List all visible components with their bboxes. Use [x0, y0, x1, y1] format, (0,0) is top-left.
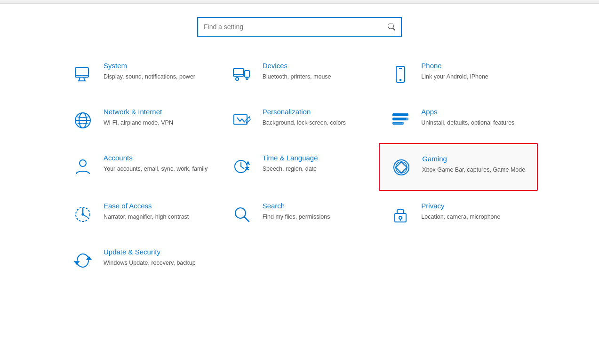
- setting-desc-devices: Bluetooth, printers, mouse: [263, 72, 331, 81]
- setting-item-time[interactable]: A 文 Time & Language Speech, region, date: [220, 143, 379, 191]
- setting-item-devices[interactable]: Devices Bluetooth, printers, mouse: [220, 51, 379, 97]
- svg-rect-36: [395, 214, 406, 222]
- setting-text-personalization: Personalization Background, lock screen,…: [263, 107, 346, 127]
- accounts-icon: [71, 154, 95, 179]
- setting-item-search[interactable]: Search Find my files, permissions: [220, 191, 379, 237]
- setting-text-phone: Phone Link your Android, iPhone: [421, 61, 488, 81]
- setting-desc-ease: Narrator, magnifier, high contrast: [104, 213, 189, 222]
- setting-item-phone[interactable]: Phone Link your Android, iPhone: [379, 51, 538, 97]
- svg-rect-21: [393, 114, 408, 116]
- gaming-icon: [389, 155, 414, 180]
- svg-line-1: [79, 77, 80, 81]
- setting-item-privacy[interactable]: Privacy Location, camera, microphone: [379, 191, 538, 237]
- setting-text-time: Time & Language Speech, region, date: [263, 153, 318, 173]
- search-icon: [230, 202, 254, 227]
- setting-title-gaming: Gaming: [422, 154, 525, 164]
- setting-title-time: Time & Language: [263, 153, 318, 163]
- settings-grid: System Display, sound, notifications, po…: [0, 51, 599, 283]
- setting-title-system: System: [104, 61, 195, 71]
- system-icon: [71, 62, 95, 87]
- setting-desc-search: Find my files, permissions: [263, 213, 330, 222]
- setting-text-update: Update & Security Windows Update, recove…: [104, 247, 196, 267]
- setting-text-ease: Ease of Access Narrator, magnifier, high…: [104, 201, 189, 221]
- setting-title-personalization: Personalization: [263, 107, 346, 117]
- search-input[interactable]: [198, 23, 382, 31]
- setting-text-system: System Display, sound, notifications, po…: [104, 61, 195, 81]
- setting-title-devices: Devices: [263, 61, 331, 71]
- setting-desc-update: Windows Update, recovery, backup: [104, 259, 196, 268]
- svg-point-31: [396, 162, 407, 173]
- svg-text:A: A: [247, 161, 249, 166]
- setting-item-ease[interactable]: Ease of Access Narrator, magnifier, high…: [61, 191, 220, 237]
- setting-item-network[interactable]: Network & Internet Wi-Fi, airplane mode,…: [61, 97, 220, 143]
- setting-desc-privacy: Location, camera, microphone: [421, 213, 500, 222]
- network-icon: [71, 108, 95, 133]
- setting-title-privacy: Privacy: [421, 201, 500, 211]
- setting-desc-system: Display, sound, notifications, power: [104, 72, 195, 81]
- setting-text-apps: Apps Uninstall, defaults, optional featu…: [421, 107, 514, 127]
- setting-desc-apps: Uninstall, defaults, optional features: [421, 119, 514, 127]
- svg-line-27: [241, 166, 244, 168]
- setting-title-update: Update & Security: [104, 247, 196, 257]
- setting-desc-personalization: Background, lock screen, colors: [263, 119, 346, 127]
- search-button[interactable]: [382, 17, 401, 36]
- setting-desc-time: Speech, region, date: [263, 165, 318, 174]
- svg-rect-23: [393, 122, 402, 124]
- setting-item-system[interactable]: System Display, sound, notifications, po…: [61, 51, 220, 97]
- privacy-icon: [388, 202, 413, 227]
- setting-title-search: Search: [263, 201, 330, 211]
- setting-text-search: Search Find my files, permissions: [263, 201, 330, 221]
- svg-rect-22: [393, 118, 406, 120]
- setting-desc-network: Wi-Fi, airplane mode, VPN: [104, 119, 173, 127]
- ease-icon: [71, 202, 95, 227]
- setting-title-network: Network & Internet: [104, 107, 173, 117]
- setting-title-phone: Phone: [421, 61, 488, 71]
- personalization-icon: [230, 108, 254, 133]
- search-icon: [388, 23, 395, 31]
- setting-item-accounts[interactable]: Accounts Your accounts, email, sync, wor…: [61, 143, 220, 191]
- svg-marker-39: [87, 257, 91, 260]
- svg-line-35: [244, 217, 249, 222]
- setting-text-network: Network & Internet Wi-Fi, airplane mode,…: [104, 107, 173, 127]
- svg-point-33: [82, 214, 84, 215]
- setting-title-ease: Ease of Access: [104, 201, 189, 211]
- apps-icon: [388, 108, 413, 133]
- svg-rect-6: [245, 71, 249, 77]
- setting-text-devices: Devices Bluetooth, printers, mouse: [263, 61, 331, 81]
- phone-icon: [388, 62, 413, 87]
- update-icon: [71, 248, 95, 273]
- setting-item-personalization[interactable]: Personalization Background, lock screen,…: [220, 97, 379, 143]
- setting-item-update[interactable]: Update & Security Windows Update, recove…: [61, 237, 220, 283]
- svg-point-37: [399, 216, 402, 219]
- setting-text-privacy: Privacy Location, camera, microphone: [421, 201, 500, 221]
- header: [0, 4, 599, 51]
- svg-text:文: 文: [246, 166, 249, 170]
- svg-point-7: [236, 78, 239, 80]
- svg-rect-5: [233, 69, 244, 76]
- svg-point-12: [400, 79, 401, 81]
- setting-desc-gaming: Xbox Game Bar, captures, Game Mode: [422, 166, 525, 174]
- setting-text-accounts: Accounts Your accounts, email, sync, wor…: [104, 153, 208, 173]
- time-icon: A 文: [230, 154, 254, 179]
- setting-title-accounts: Accounts: [104, 153, 208, 163]
- setting-desc-phone: Link your Android, iPhone: [421, 72, 488, 81]
- svg-marker-40: [74, 261, 79, 264]
- svg-rect-16: [234, 115, 247, 124]
- setting-text-gaming: Gaming Xbox Game Bar, captures, Game Mod…: [422, 154, 525, 174]
- svg-point-8: [246, 78, 248, 79]
- setting-item-gaming[interactable]: Gaming Xbox Game Bar, captures, Game Mod…: [379, 143, 538, 191]
- setting-title-apps: Apps: [421, 107, 514, 117]
- svg-point-24: [80, 160, 86, 166]
- setting-desc-accounts: Your accounts, email, sync, work, family: [104, 165, 208, 174]
- setting-item-apps[interactable]: Apps Uninstall, defaults, optional featu…: [379, 97, 538, 143]
- search-box[interactable]: [197, 17, 402, 37]
- svg-line-2: [84, 77, 85, 81]
- devices-icon: [230, 62, 254, 87]
